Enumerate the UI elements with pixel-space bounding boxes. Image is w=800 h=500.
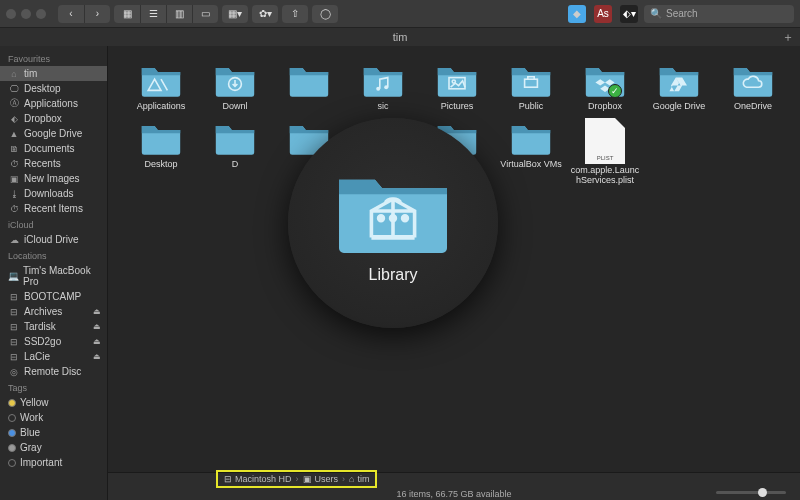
eject-icon[interactable]: ⏏ (93, 352, 101, 361)
eject-icon[interactable]: ⏏ (93, 322, 101, 331)
icon-view-button[interactable]: ▦ (114, 5, 140, 23)
sidebar-item-label: Blue (20, 427, 40, 438)
folder-dropbox[interactable]: ✓Dropbox (568, 60, 642, 112)
sidebar-item-gray[interactable]: Gray (0, 440, 107, 455)
column-view-button[interactable]: ▥ (166, 5, 192, 23)
path-segment-users[interactable]: ▣Users (303, 474, 339, 484)
sidebar-item-yellow[interactable]: Yellow (0, 395, 107, 410)
title-bar: tim ＋ (0, 28, 800, 46)
path-segment-tim[interactable]: ⌂tim (349, 474, 369, 484)
folder-virtualbox-vms[interactable]: VirtualBox VMs (494, 118, 568, 186)
folder-icon (358, 60, 408, 100)
disc-icon: ◎ (8, 367, 20, 377)
eject-icon[interactable]: ⏏ (93, 337, 101, 346)
close-window-button[interactable] (6, 9, 16, 19)
sidebar-item-downloads[interactable]: ⭳Downloads (0, 186, 107, 201)
gallery-view-button[interactable]: ▭ (192, 5, 218, 23)
path-segment-macintosh-hd[interactable]: ⊟Macintosh HD (224, 474, 292, 484)
sidebar-item-remote-disc[interactable]: ◎Remote Disc (0, 364, 107, 379)
folder-icon (654, 60, 704, 100)
folder-onedrive[interactable]: OneDrive (716, 60, 790, 112)
sidebar-item-recents[interactable]: ⏱Recents (0, 156, 107, 171)
sidebar-section-header: Tags (0, 379, 107, 395)
file-browser-main: ApplicationsDownlsicPicturesPublic✓Dropb… (108, 46, 800, 500)
folder-label: Pictures (441, 102, 474, 112)
action-button[interactable]: ✿▾ (252, 5, 278, 23)
sidebar-item-tim[interactable]: ⌂tim (0, 66, 107, 81)
sidebar-item-tim-s-macbook-pro[interactable]: 💻Tim's MacBook Pro (0, 263, 107, 289)
folder-sic[interactable]: sic (346, 60, 420, 112)
folder-pictures[interactable]: Pictures (420, 60, 494, 112)
folder-label: Google Drive (653, 102, 706, 112)
menubar-app-icon-2[interactable]: As (594, 5, 612, 23)
folder-desktop[interactable]: Desktop (124, 118, 198, 186)
sidebar-item-label: Google Drive (24, 128, 82, 139)
sidebar-item-archives[interactable]: ⊟Archives⏏ (0, 304, 107, 319)
sidebar-item-label: iCloud Drive (24, 234, 78, 245)
sidebar-item-blue[interactable]: Blue (0, 425, 107, 440)
folder-item[interactable] (272, 60, 346, 112)
folder-icon: ▣ (8, 174, 20, 184)
sidebar-item-lacie[interactable]: ⊟LaCie⏏ (0, 349, 107, 364)
tag-dot-icon (8, 399, 16, 407)
folder-downl[interactable]: Downl (198, 60, 272, 112)
home-icon: ⌂ (8, 69, 20, 79)
sidebar-item-tardisk[interactable]: ⊟Tardisk⏏ (0, 319, 107, 334)
folder-icon (432, 118, 482, 158)
folder-icon (432, 60, 482, 100)
path-bar[interactable]: ⊟Macintosh HD›▣Users›⌂tim (216, 470, 377, 488)
sidebar-item-recent-items[interactable]: ⏱Recent Items (0, 201, 107, 216)
menubar-dropbox-icon[interactable]: ⬖▾ (620, 5, 638, 23)
folder-label: Downl (222, 102, 247, 112)
search-field[interactable]: 🔍 Search (644, 5, 794, 23)
folder-icon (728, 60, 778, 100)
folder-label: kes (376, 160, 390, 170)
folder-public[interactable]: Public (494, 60, 568, 112)
tags-button[interactable]: ◯ (312, 5, 338, 23)
svg-point-2 (384, 85, 388, 89)
sidebar-item-ssd2go[interactable]: ⊟SSD2go⏏ (0, 334, 107, 349)
sidebar-item-applications[interactable]: ⒶApplications (0, 96, 107, 111)
folder-com-apple-launchservices-plist[interactable]: PLISTcom.apple.LaunchServices.plist (568, 118, 642, 186)
list-view-button[interactable]: ☰ (140, 5, 166, 23)
sidebar-item-icloud-drive[interactable]: ☁iCloud Drive (0, 232, 107, 247)
share-button[interactable]: ⇧ (282, 5, 308, 23)
folder-kes[interactable]: kes (346, 118, 420, 186)
sync-ok-badge: ✓ (608, 84, 622, 98)
fullscreen-window-button[interactable] (36, 9, 46, 19)
sidebar-item-label: Archives (24, 306, 62, 317)
sidebar-item-documents[interactable]: 🗎Documents (0, 141, 107, 156)
new-tab-button[interactable]: ＋ (782, 28, 794, 46)
sidebar-item-important[interactable]: Important (0, 455, 107, 470)
folder-retrieved-contents[interactable]: Retrieved Contents (420, 118, 494, 186)
search-placeholder: Search (666, 8, 698, 19)
folder-item[interactable] (272, 118, 346, 186)
path-segment-label: Macintosh HD (235, 474, 292, 484)
folder-applications[interactable]: Applications (124, 60, 198, 112)
eject-icon[interactable]: ⏏ (93, 307, 101, 316)
forward-button[interactable]: › (84, 5, 110, 23)
sidebar-item-dropbox[interactable]: ⬖Dropbox (0, 111, 107, 126)
sidebar-item-new-images[interactable]: ▣New Images (0, 171, 107, 186)
minimize-window-button[interactable] (21, 9, 31, 19)
apps-icon: Ⓐ (8, 99, 20, 109)
sidebar-item-bootcamp[interactable]: ⊟BOOTCAMP (0, 289, 107, 304)
folder-d[interactable]: D (198, 118, 272, 186)
folder-label: Retrieved Contents (421, 160, 493, 180)
icon-grid-area[interactable]: ApplicationsDownlsicPicturesPublic✓Dropb… (108, 46, 800, 472)
menubar-app-icon-1[interactable]: ◆ (568, 5, 586, 23)
sidebar-item-work[interactable]: Work (0, 410, 107, 425)
back-button[interactable]: ‹ (58, 5, 84, 23)
finder-sidebar[interactable]: Favourites⌂tim🖵DesktopⒶApplications⬖Drop… (0, 46, 108, 500)
sidebar-item-desktop[interactable]: 🖵Desktop (0, 81, 107, 96)
disk-icon: ⊟ (224, 474, 232, 484)
sidebar-item-label: Recent Items (24, 203, 83, 214)
icon-size-slider[interactable] (716, 491, 786, 494)
folder-google-drive[interactable]: Google Drive (642, 60, 716, 112)
disk-icon: ⊟ (8, 352, 20, 362)
sidebar-section-header: Favourites (0, 50, 107, 66)
sidebar-item-google-drive[interactable]: ▲Google Drive (0, 126, 107, 141)
sidebar-item-label: Gray (20, 442, 42, 453)
group-by-button[interactable]: ▦▾ (222, 5, 248, 23)
sidebar-item-label: Remote Disc (24, 366, 81, 377)
